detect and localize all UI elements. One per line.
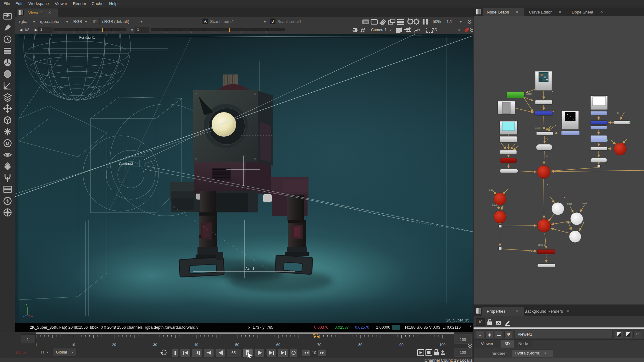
svg-text:1: 1 (35, 343, 37, 347)
svg-text:A: A (547, 184, 548, 186)
svg-text:90: 90 (399, 343, 403, 347)
svg-text:bg: bg (546, 137, 548, 140)
svg-text:Global: Global (56, 350, 67, 354)
svg-text:2K_Super_35: 2K_Super_35 (446, 318, 469, 322)
svg-text:in: in (502, 205, 504, 207)
svg-text:.2: .2 (73, 31, 75, 33)
svg-text:40: 40 (194, 343, 198, 347)
svg-text:10: 10 (312, 351, 316, 355)
svg-text:2: 2 (241, 31, 242, 33)
svg-text:Axis1: Axis1 (245, 267, 255, 271)
svg-text:1.0 fps: 1.0 fps (15, 350, 26, 355)
svg-text:65.6: 65.6 (313, 332, 318, 335)
svg-text:.1: .1 (60, 31, 62, 33)
svg-text:100: 100 (460, 350, 466, 355)
svg-text:in: in (546, 155, 548, 157)
svg-text:Camera3: Camera3 (119, 162, 133, 166)
svg-text:100: 100 (460, 337, 466, 342)
svg-text:10: 10 (71, 343, 75, 347)
svg-text:100: 100 (439, 343, 445, 347)
svg-text:1: 1 (27, 337, 29, 342)
svg-text:1: 1 (99, 31, 101, 33)
svg-text:cam: cam (530, 250, 534, 253)
svg-text:.5: .5 (86, 31, 88, 33)
svg-text:D: D (6, 141, 9, 146)
svg-text:TF: TF (41, 350, 45, 354)
svg-text:30: 30 (153, 343, 157, 347)
svg-text:50: 50 (235, 343, 239, 347)
svg-text:.1: .1 (165, 31, 167, 33)
svg-text:look: look (489, 189, 493, 191)
svg-text:70: 70 (317, 343, 321, 347)
svg-text:4: 4 (266, 31, 267, 33)
svg-text:2: 2 (113, 31, 114, 33)
svg-text:1: 1 (215, 31, 217, 33)
svg-text:in: in (582, 222, 584, 224)
svg-text:deep0: deep0 (511, 140, 518, 143)
svg-text:1: 1 (530, 174, 531, 177)
svg-text:black: black (492, 204, 498, 206)
svg-text:black: black (567, 203, 573, 205)
svg-text:60: 60 (276, 343, 280, 347)
svg-text:mask: mask (535, 127, 541, 129)
svg-text:mask0: mask0 (500, 139, 507, 141)
svg-text:80: 80 (358, 343, 363, 347)
svg-text:attack: attack (526, 93, 532, 95)
svg-text:mask: mask (582, 202, 587, 204)
svg-text:Y: Y (25, 303, 28, 306)
svg-text:20: 20 (112, 343, 116, 347)
svg-text:in: in (617, 112, 619, 114)
svg-text:.5: .5 (190, 31, 192, 33)
svg-text:black: black (566, 222, 571, 224)
svg-text:65: 65 (231, 351, 236, 355)
svg-text:PointLight1: PointLight1 (79, 36, 95, 39)
svg-text:skylight: skylight (538, 244, 545, 246)
